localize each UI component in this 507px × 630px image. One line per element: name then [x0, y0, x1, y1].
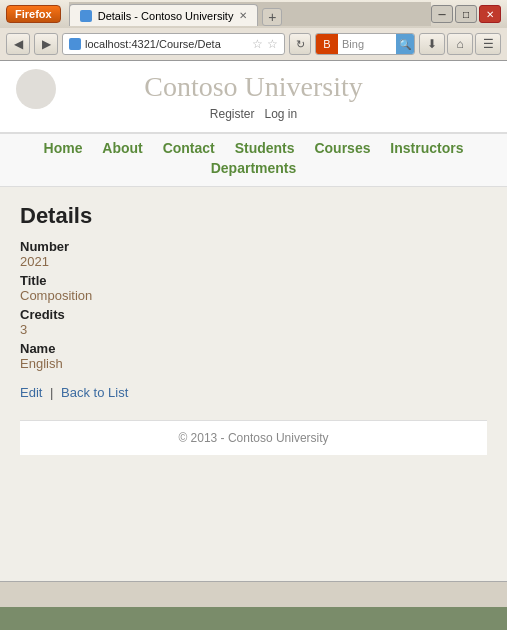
field-credits-label: Credits — [20, 307, 487, 322]
address-favicon — [69, 38, 81, 50]
title-bar: Firefox Details - Contoso University ✕ +… — [0, 0, 507, 28]
register-link[interactable]: Register — [210, 107, 255, 121]
page-title: Details — [20, 203, 487, 229]
menu-button[interactable]: ☰ — [475, 33, 501, 55]
site-header-wrapper: Contoso University Register Log in Home … — [0, 61, 507, 187]
field-title-label: Title — [20, 273, 487, 288]
bookmark-star-icon[interactable]: ☆ — [252, 37, 263, 51]
new-tab-button[interactable]: + — [262, 8, 282, 26]
field-number-value: 2021 — [20, 254, 487, 269]
back-to-list-link[interactable]: Back to List — [61, 385, 128, 400]
toolbar-right: ⬇ ⌂ ☰ — [419, 33, 501, 55]
site-auth: Register Log in — [0, 107, 507, 121]
tab-close-icon[interactable]: ✕ — [239, 10, 247, 21]
field-name-value: English — [20, 356, 487, 371]
site-nav: Home About Contact Students Courses Inst… — [0, 133, 507, 187]
search-engine-icon: B — [316, 33, 338, 55]
edit-link[interactable]: Edit — [20, 385, 42, 400]
firefox-button[interactable]: Firefox — [6, 5, 61, 23]
page-content: Contoso University Register Log in Home … — [0, 61, 507, 581]
nav-courses[interactable]: Courses — [314, 140, 370, 156]
search-bar[interactable]: B Bing 🔍 — [315, 33, 415, 55]
home-button[interactable]: ⌂ — [447, 33, 473, 55]
nav-bar: ◀ ▶ localhost:4321/Course/Deta ☆ ☆ ↻ B B… — [0, 28, 507, 60]
refresh-button[interactable]: ↻ — [289, 33, 311, 55]
tab-title: Details - Contoso University — [98, 10, 234, 22]
address-text: localhost:4321/Course/Deta — [85, 38, 248, 50]
window-controls: ─ □ ✕ — [431, 5, 501, 23]
field-title-value: Composition — [20, 288, 487, 303]
bookmark-star2-icon[interactable]: ☆ — [267, 37, 278, 51]
field-credits-value: 3 — [20, 322, 487, 337]
nav-instructors[interactable]: Instructors — [390, 140, 463, 156]
nav-students[interactable]: Students — [235, 140, 295, 156]
download-button[interactable]: ⬇ — [419, 33, 445, 55]
search-input[interactable]: Bing — [338, 38, 396, 50]
close-button[interactable]: ✕ — [479, 5, 501, 23]
main-content: Details Number 2021 Title Composition Cr… — [0, 187, 507, 471]
site-footer: © 2013 - Contoso University — [20, 420, 487, 455]
site-header: Contoso University Register Log in — [0, 61, 507, 133]
browser-bottom-bar — [0, 581, 507, 607]
nav-about[interactable]: About — [102, 140, 142, 156]
minimize-button[interactable]: ─ — [431, 5, 453, 23]
nav-row-2: Departments — [0, 160, 507, 176]
site-title: Contoso University — [0, 71, 507, 103]
login-link[interactable]: Log in — [265, 107, 298, 121]
address-bar[interactable]: localhost:4321/Course/Deta ☆ ☆ — [62, 33, 285, 55]
search-go-button[interactable]: 🔍 — [396, 33, 414, 55]
forward-button[interactable]: ▶ — [34, 33, 58, 55]
action-divider: | — [50, 385, 53, 400]
nav-row-1: Home About Contact Students Courses Inst… — [0, 140, 507, 156]
detail-actions: Edit | Back to List — [20, 385, 487, 400]
nav-departments[interactable]: Departments — [211, 160, 297, 176]
header-circle-decoration — [16, 69, 56, 109]
field-name-label: Name — [20, 341, 487, 356]
maximize-button[interactable]: □ — [455, 5, 477, 23]
footer-text: © 2013 - Contoso University — [178, 431, 328, 445]
nav-home[interactable]: Home — [44, 140, 83, 156]
nav-contact[interactable]: Contact — [163, 140, 215, 156]
back-button[interactable]: ◀ — [6, 33, 30, 55]
tab-favicon — [80, 10, 92, 22]
browser-tab[interactable]: Details - Contoso University ✕ — [69, 4, 259, 26]
field-number-label: Number — [20, 239, 487, 254]
